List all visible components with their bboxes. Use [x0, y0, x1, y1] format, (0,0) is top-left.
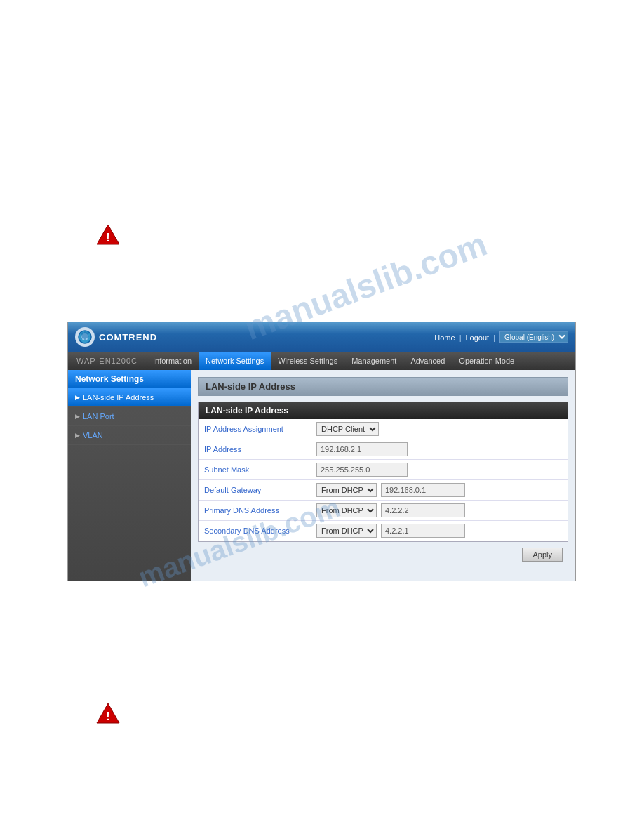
- form-row-ip-address: IP Address: [199, 439, 568, 460]
- form-section-title: LAN-side IP Address: [199, 402, 568, 419]
- sidebar-label-lan-ip: LAN-side IP Address: [83, 393, 154, 402]
- form-row-primary-dns: Primary DNS Address From DHCP Manual: [199, 501, 568, 521]
- form-section: LAN-side IP Address IP Address Assignmen…: [198, 402, 568, 542]
- sidebar: Network Settings ▶ LAN-side IP Address ▶…: [68, 370, 191, 581]
- form-row-ip-assignment: IP Address Assignment DHCP Client Static…: [199, 419, 568, 439]
- nav-item-operation-mode[interactable]: Operation Mode: [452, 352, 521, 370]
- main-content: Network Settings ▶ LAN-side IP Address ▶…: [68, 370, 575, 581]
- router-ui: COMTREND Home | Logout | Global (English…: [67, 322, 576, 581]
- nav-item-information[interactable]: Information: [146, 352, 199, 370]
- apply-row: Apply: [198, 542, 568, 567]
- input-secondary-dns[interactable]: [381, 524, 465, 538]
- content-title: LAN-side IP Address: [198, 377, 568, 396]
- header-bar: COMTREND Home | Logout | Global (English…: [68, 322, 575, 352]
- input-ip-address[interactable]: [316, 442, 408, 456]
- select-ip-assignment[interactable]: DHCP Client Static IP: [316, 422, 379, 436]
- select-secondary-dns[interactable]: From DHCP Manual: [316, 524, 377, 538]
- input-default-gateway[interactable]: [381, 483, 465, 497]
- header-right: Home | Logout | Global (English) 中文 Espa…: [434, 331, 568, 343]
- label-subnet-mask: Subnet Mask: [204, 465, 316, 474]
- logo-text: COMTREND: [99, 332, 157, 343]
- sidebar-label-lan-port: LAN Port: [83, 412, 114, 421]
- control-primary-dns: From DHCP Manual: [316, 503, 562, 517]
- sidebar-title: Network Settings: [68, 370, 191, 388]
- logo-gear-icon: [75, 327, 95, 347]
- label-ip-assignment: IP Address Assignment: [204, 425, 316, 433]
- svg-text:!: !: [106, 232, 109, 244]
- control-default-gateway: From DHCP Manual: [316, 483, 562, 497]
- svg-text:!: !: [106, 710, 109, 722]
- home-link[interactable]: Home: [434, 333, 455, 341]
- sidebar-label-vlan: VLAN: [83, 431, 103, 439]
- input-primary-dns[interactable]: [381, 503, 465, 517]
- nav-item-wireless-settings[interactable]: Wireless Settings: [271, 352, 344, 370]
- control-subnet-mask: [316, 463, 562, 477]
- sidebar-item-lan-ip[interactable]: ▶ LAN-side IP Address: [68, 388, 191, 407]
- logo-area: COMTREND: [75, 327, 157, 347]
- control-ip-address: [316, 442, 562, 456]
- sidebar-arrow-lan-port: ▶: [75, 413, 80, 420]
- sidebar-item-lan-port[interactable]: ▶ LAN Port: [68, 407, 191, 426]
- device-name: WAP-EN1200C: [68, 352, 146, 370]
- nav-item-management[interactable]: Management: [344, 352, 403, 370]
- sidebar-arrow-vlan: ▶: [75, 432, 80, 439]
- language-select[interactable]: Global (English) 中文 Español: [499, 331, 568, 343]
- label-default-gateway: Default Gateway: [204, 486, 316, 494]
- form-row-secondary-dns: Secondary DNS Address From DHCP Manual: [199, 521, 568, 541]
- select-default-gateway[interactable]: From DHCP Manual: [316, 483, 377, 497]
- sidebar-arrow-lan-ip: ▶: [75, 394, 80, 401]
- form-row-subnet-mask: Subnet Mask: [199, 460, 568, 480]
- nav-item-advanced[interactable]: Advanced: [403, 352, 452, 370]
- label-primary-dns: Primary DNS Address: [204, 506, 316, 515]
- label-ip-address: IP Address: [204, 445, 316, 454]
- apply-button[interactable]: Apply: [522, 548, 563, 562]
- warning-icon-bottom: !: [95, 702, 121, 724]
- nav-item-network-settings[interactable]: Network Settings: [199, 352, 271, 370]
- nav-bar: WAP-EN1200C Information Network Settings…: [68, 352, 575, 370]
- control-ip-assignment: DHCP Client Static IP: [316, 422, 562, 436]
- form-row-default-gateway: Default Gateway From DHCP Manual: [199, 480, 568, 501]
- warning-icon-top: !: [95, 223, 121, 246]
- content-panel: LAN-side IP Address LAN-side IP Address …: [191, 370, 575, 581]
- sidebar-item-vlan[interactable]: ▶ VLAN: [68, 426, 191, 445]
- label-secondary-dns: Secondary DNS Address: [204, 527, 316, 535]
- control-secondary-dns: From DHCP Manual: [316, 524, 562, 538]
- select-primary-dns[interactable]: From DHCP Manual: [316, 503, 377, 517]
- input-subnet-mask[interactable]: [316, 463, 408, 477]
- logout-link[interactable]: Logout: [465, 333, 489, 341]
